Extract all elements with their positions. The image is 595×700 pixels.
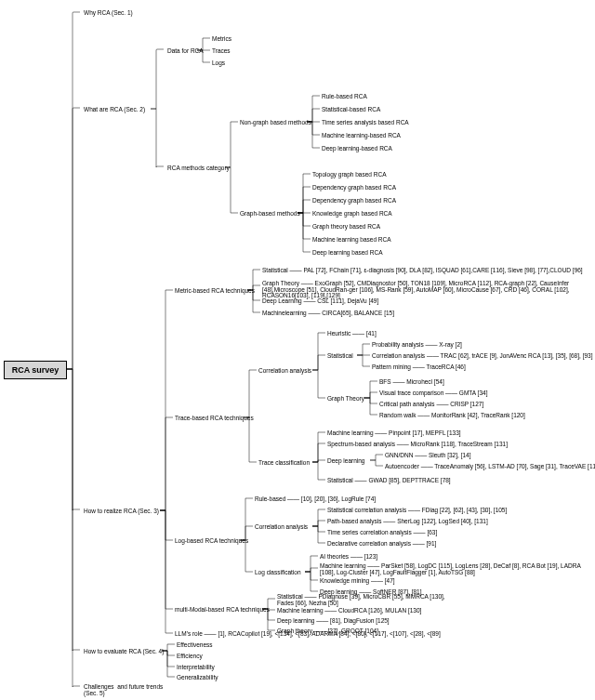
graph-item: Graph theory based RCA bbox=[312, 223, 380, 230]
eval-item: Generalizability bbox=[177, 674, 218, 680]
non-graph-item: Time series analysis based RCA bbox=[322, 119, 409, 125]
root-node: RCA survey bbox=[4, 361, 67, 379]
graph-item: Dependency graph based RCA bbox=[312, 197, 396, 204]
non-graph-item: Deep learning-based RCA bbox=[322, 145, 392, 152]
trace-dl: Deep learning bbox=[327, 457, 364, 464]
trace-stat2: Statistical —— GWAD [85], DEPTTRACE [78] bbox=[327, 477, 451, 483]
metric-based-title: Metric-based RCA techniques bbox=[175, 287, 255, 294]
trace-class: Trace classification bbox=[258, 459, 310, 466]
log-title: Log-based RCA techniques bbox=[175, 537, 248, 544]
section-why: Why RCA (Sec. 1) bbox=[84, 9, 133, 16]
non-graph-item: Statistical-based RCA bbox=[322, 106, 380, 112]
data-item: Metrics bbox=[212, 35, 231, 42]
trace-prob: Probability analysis —— X-ray [2] bbox=[372, 341, 462, 348]
metric-ml: Machinelearning —— CIRCA[65], BALANCE [1… bbox=[262, 310, 394, 316]
trace-visual: Visual trace comparison —— GMTA [34] bbox=[379, 390, 487, 396]
log-corr: Correlation analysis bbox=[255, 523, 308, 530]
log-class: Log classification bbox=[255, 569, 301, 575]
trace-title: Trace-based RCA techniques bbox=[175, 415, 254, 421]
eval-item: Efficiency bbox=[177, 653, 203, 659]
log-ts: Time series correlation analysis —— [63] bbox=[327, 529, 437, 535]
trace-ml: Machine learning —— Pinpoint [17], MEPFL… bbox=[327, 429, 461, 436]
graph-methods: Graph-based methods bbox=[240, 210, 300, 217]
trace-ae: Autoencoder —— TraceAnomaly [56], LSTM-A… bbox=[385, 463, 595, 469]
mm-dl: Deep learning —— [81], DiagFusion [125] bbox=[277, 617, 390, 624]
trace-corr: Correlation analysis bbox=[258, 367, 311, 374]
section-how: How to realize RCA (Sec. 3) bbox=[84, 508, 159, 514]
non-graph-item: Rule-based RCA bbox=[322, 93, 367, 99]
graph-item: Dependency graph based RCA bbox=[312, 184, 396, 191]
trace-gt: Graph Theory bbox=[327, 395, 364, 402]
log-ai: AI theories —— [123] bbox=[320, 553, 377, 560]
graph-item: Machine learning based RCA bbox=[312, 236, 391, 243]
trace-pattern: Pattern mining —— TraceRCA [46] bbox=[372, 363, 466, 370]
log-path: Path-based analysis —— SherLog [122], Lo… bbox=[327, 518, 488, 524]
section-future: Challenges and future trends (Sec. 5) bbox=[84, 683, 163, 696]
graph-item: Knowledge graph based RCA bbox=[312, 210, 392, 217]
data-item: Logs bbox=[212, 59, 225, 66]
data-for-rca: Data for RCA bbox=[167, 47, 204, 54]
log-ml: Machine learning —— ParSket [58], LogDC … bbox=[320, 563, 594, 575]
eval-item: Effectiveness bbox=[177, 641, 213, 648]
graph-item: Deep learning based RCA bbox=[312, 249, 383, 256]
data-item: Traces bbox=[212, 47, 231, 54]
section-what: What are RCA (Sec. 2) bbox=[84, 106, 145, 112]
metric-dl: Deep Learning —— CSL [111], DejaVu [49] bbox=[262, 297, 378, 304]
methods-category: RCA methods category bbox=[167, 165, 230, 171]
metric-graph-theory: Graph Theory —— ExoGraph [52], CMDiagnos… bbox=[262, 281, 592, 299]
trace-spectrum: Spectrum-based analysis —— MicroRank [11… bbox=[327, 441, 508, 447]
trace-bfs: BFS —— Microhecl [54] bbox=[379, 378, 444, 385]
trace-stat: Statistical bbox=[327, 352, 353, 359]
trace-ca: Correlation analysis —— TRAC [62], trACE… bbox=[372, 352, 592, 359]
non-graph: Non-graph based methods bbox=[240, 119, 311, 125]
mm-title: multi-Modal-based RCA techniques bbox=[175, 606, 270, 613]
mm-ml: Machine learning —— CloudRCA [126], MULA… bbox=[277, 607, 421, 614]
trace-random: Random walk —— MonitorRank [42], TraceRa… bbox=[379, 412, 525, 418]
log-decl: Declarative correlation analysis —— [91] bbox=[327, 540, 436, 547]
metric-stat: Statistical —— PAL [72], FChain [71], ε-… bbox=[262, 267, 583, 273]
trace-heur: Heuristic —— [41] bbox=[327, 330, 377, 337]
non-graph-item: Machine learning-based RCA bbox=[322, 132, 401, 139]
section-eval: How to evaluate RCA (Sec. 4) bbox=[84, 648, 164, 654]
log-km: Knowledge mining —— [47] bbox=[320, 577, 395, 584]
log-rule: Rule-based —— [10], [20], [36], LogRule … bbox=[255, 495, 376, 502]
trace-critical: Critical path analysis —— CRISP [127] bbox=[379, 401, 483, 407]
mm-stat: Statistical —— PDiagnose [39], MicroCBR … bbox=[277, 594, 463, 606]
trace-gnn: GNN/DNN —— Sleuth [32], [14] bbox=[385, 452, 470, 458]
eval-item: Interpretability bbox=[177, 664, 215, 670]
llm: LLM's role —— [1], RCACopilot [19], <[13… bbox=[175, 630, 441, 637]
graph-item: Topology graph based RCA bbox=[312, 171, 387, 178]
log-statcorr: Statistical correlation analysis —— FDia… bbox=[327, 507, 507, 513]
root-label: RCA survey bbox=[12, 365, 60, 375]
